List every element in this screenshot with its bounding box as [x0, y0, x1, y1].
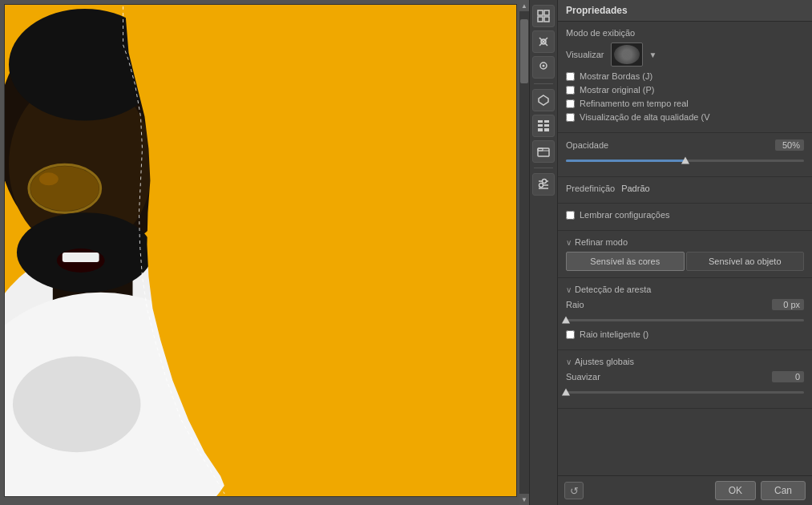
svg-rect-29 — [538, 148, 549, 156]
cancel-button[interactable]: Can — [761, 481, 806, 500]
raio-field-row: Raio 0 px — [566, 299, 804, 310]
modo-exibicao-label: Modo de exibição — [566, 28, 635, 38]
scroll-down-arrow[interactable]: ▼ — [519, 494, 529, 505]
tool-paint[interactable] — [532, 89, 555, 111]
checkbox-mostrar-original-label: Mostrar original (P) — [580, 85, 655, 95]
checkbox-refinamento: Refinamento em tempo real — [566, 99, 804, 108]
suavizar-slider-track — [566, 391, 804, 394]
refinar-buttons: Sensível às cores Sensível ao objeto — [566, 252, 804, 271]
checkbox-mostrar-bordas-label: Mostrar Bordas (J) — [580, 71, 652, 81]
deteccao-aresta-label: Detecção de aresta — [575, 285, 651, 294]
svg-rect-23 — [538, 120, 543, 123]
panel-title: Propriedades — [558, 0, 812, 22]
refinar-modo-title: ∨ Refinar modo — [566, 237, 804, 247]
ajustes-arrow: ∨ — [566, 358, 572, 366]
preview-thumbnail[interactable] — [611, 42, 643, 67]
svg-rect-30 — [538, 148, 543, 151]
suavizar-slider-thumb[interactable] — [562, 389, 570, 396]
canvas-scrollbar-vertical[interactable]: ▲ ▼ — [519, 0, 529, 505]
opacity-slider-fill — [566, 160, 685, 162]
toolbar-separator-1 — [534, 83, 553, 84]
checkbox-visualizacao-alta: Visualização de alta qualidade (V — [566, 112, 804, 122]
deteccao-arrow: ∨ — [566, 285, 572, 294]
svg-point-6 — [39, 172, 59, 185]
svg-point-8 — [13, 357, 141, 453]
checkbox-visualizacao-alta-label: Visualização de alta qualidade (V — [580, 112, 709, 122]
deteccao-aresta-title: ∨ Detecção de aresta — [566, 285, 804, 294]
svg-point-5 — [30, 166, 99, 211]
suavizar-field-row: Suavizar 0 — [566, 371, 804, 382]
preview-thumb-inner — [614, 45, 640, 64]
scroll-track[interactable] — [519, 11, 529, 494]
reset-button[interactable]: ↺ — [564, 482, 584, 499]
ajustes-globais-label: Ajustes globais — [575, 357, 634, 366]
tool-grid[interactable] — [532, 5, 555, 27]
checkbox-refinamento-input[interactable] — [566, 99, 575, 108]
toolbar — [529, 0, 558, 505]
opacity-slider-thumb[interactable] — [681, 157, 689, 164]
raio-value: 0 px — [772, 299, 804, 310]
canvas-area: ▲ ▼ — [0, 0, 529, 505]
svg-rect-13 — [538, 10, 543, 15]
svg-point-34 — [543, 180, 547, 184]
refinar-btn-objeto[interactable]: Sensível ao objeto — [686, 252, 805, 271]
ok-button[interactable]: OK — [715, 481, 756, 500]
predefinicao-label: Predefinição — [566, 184, 615, 193]
tool-brush[interactable] — [532, 56, 555, 79]
toolbar-separator-2 — [534, 168, 553, 168]
refinar-btn-cores[interactable]: Sensível às cores — [566, 252, 685, 271]
section-refinar-modo: ∨ Refinar modo Sensível às cores Sensíve… — [558, 231, 812, 278]
checkbox-lembrar-input[interactable] — [566, 211, 575, 220]
svg-rect-28 — [544, 128, 549, 131]
section-modo-exibicao: Modo de exibição Visualizar ▼ Mostrar Bo… — [558, 22, 812, 133]
opacity-slider[interactable] — [566, 154, 804, 167]
raio-slider[interactable] — [566, 313, 804, 326]
preview-label: Visualizar — [566, 50, 604, 59]
preview-row: Visualizar ▼ — [566, 42, 804, 67]
bottom-buttons-row: ↺ OK Can — [558, 475, 812, 505]
suavizar-value: 0 — [772, 371, 804, 382]
tool-sliders[interactable] — [532, 173, 555, 196]
predefinicao-value: Padrão — [621, 184, 649, 193]
ajustes-globais-title: ∨ Ajustes globais — [566, 357, 804, 366]
opacity-slider-track — [566, 160, 804, 162]
section-deteccao-aresta: ∨ Detecção de aresta Raio 0 px Raio inte… — [558, 278, 812, 350]
section-title-modo: Modo de exibição — [566, 28, 804, 38]
preview-dropdown-arrow[interactable]: ▼ — [649, 50, 657, 59]
tool-refine-edge[interactable] — [532, 30, 555, 53]
checkbox-raio-inteligente-input[interactable] — [566, 330, 575, 339]
checkbox-mostrar-original-input[interactable] — [566, 86, 575, 95]
svg-rect-14 — [544, 10, 549, 15]
checkbox-mostrar-original: Mostrar original (P) — [566, 85, 804, 95]
scroll-up-arrow[interactable]: ▲ — [519, 0, 529, 11]
section-ajustes-globais: ∨ Ajustes globais Suavizar 0 — [558, 350, 812, 409]
properties-panel: Propriedades Modo de exibição Visualizar… — [558, 0, 812, 505]
svg-rect-27 — [538, 128, 543, 131]
svg-rect-26 — [544, 124, 549, 127]
checkbox-mostrar-bordas-input[interactable] — [566, 72, 575, 81]
suavizar-label: Suavizar — [566, 372, 600, 382]
checkbox-visualizacao-alta-input[interactable] — [566, 113, 575, 122]
scroll-thumb[interactable] — [520, 19, 528, 83]
opacity-value: 50% — [775, 139, 804, 151]
panel-title-text: Propriedades — [566, 5, 628, 16]
checkbox-raio-inteligente-row: Raio inteligente () — [566, 329, 804, 339]
refinar-modo-arrow: ∨ — [566, 238, 572, 247]
tool-folder[interactable] — [532, 140, 555, 163]
raio-slider-thumb[interactable] — [562, 317, 570, 324]
svg-marker-22 — [539, 95, 548, 105]
checkbox-lembrar-label: Lembrar configurações — [580, 210, 670, 220]
checkbox-lembrar-row: Lembrar configurações — [566, 210, 804, 220]
checkbox-mostrar-bordas: Mostrar Bordas (J) — [566, 71, 804, 81]
svg-rect-25 — [538, 124, 543, 127]
opacity-row: Opacidade 50% — [566, 139, 804, 151]
checkbox-raio-inteligente-label: Raio inteligente () — [580, 329, 648, 339]
svg-rect-16 — [544, 17, 549, 22]
svg-rect-11 — [63, 252, 99, 262]
svg-point-35 — [539, 184, 543, 188]
panel-content: Propriedades Modo de exibição Visualizar… — [558, 0, 812, 441]
tool-mosaic[interactable] — [532, 115, 555, 137]
raio-label: Raio — [566, 300, 584, 309]
suavizar-slider[interactable] — [566, 386, 804, 398]
canvas-image — [4, 4, 517, 497]
